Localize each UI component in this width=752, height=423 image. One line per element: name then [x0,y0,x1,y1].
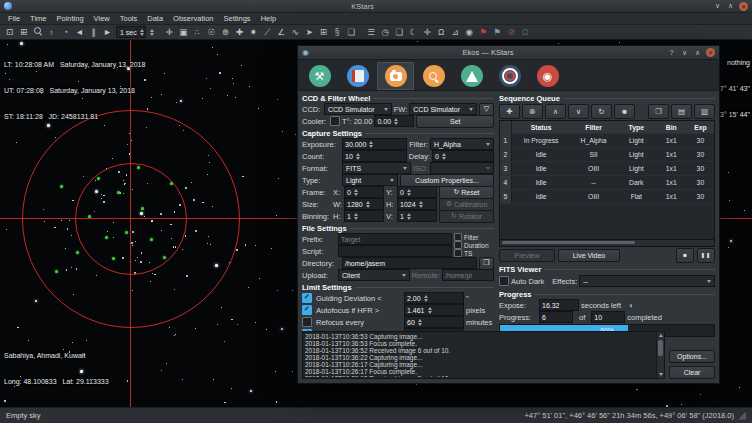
geolocation-icon[interactable]: ♁ [45,26,58,39]
time-pause-icon[interactable]: ∥ [87,26,100,39]
auto-dark-checkbox[interactable] [499,276,509,286]
filter-manager-button[interactable]: ▽ [479,103,494,116]
spinner-arrows[interactable] [366,201,370,208]
menu-settings[interactable]: Settings [219,14,256,23]
timestep-spinner[interactable]: 1 sec [116,26,146,38]
timestep-arrows[interactable] [140,29,144,36]
satellite-toggle-icon[interactable]: ⟋ [261,26,274,39]
sequence-job-row[interactable]: 2IdleSIILight1x130 [500,148,714,162]
mosaic-grid-icon[interactable]: ⊞ [317,26,330,39]
upload-select[interactable]: Client [338,269,410,281]
cooler-checkbox[interactable] [330,116,340,126]
script-icon[interactable]: § [331,26,344,39]
lock-faded-icon[interactable]: Ω [519,26,532,39]
spinner-arrows[interactable] [407,189,411,196]
measure-angle-icon[interactable]: ∠ [275,26,288,39]
log-vertical-scrollbar[interactable] [656,332,664,378]
night-mode-icon[interactable]: ☾ [407,26,420,39]
save-queue-as-button[interactable]: ▥ [694,104,715,119]
limit-value-input[interactable]: 2.00 [404,292,464,304]
script-input[interactable] [338,245,452,257]
timestep-updown[interactable] [148,29,156,36]
menu-help[interactable]: Help [256,14,281,23]
remove-job-button[interactable]: ⊗ [522,104,543,119]
tab-align[interactable]: ◉ [529,62,566,90]
menu-tools[interactable]: Tools [115,14,143,23]
spinner-arrows[interactable] [394,118,398,125]
close-button[interactable]: ✕ [739,2,748,11]
spinner-arrows[interactable] [354,189,358,196]
spinner-arrows[interactable] [354,213,358,220]
ekos-maximize-button[interactable]: ∧ [693,48,702,57]
table-horizontal-scrollbar[interactable] [499,240,715,247]
live-video-button[interactable]: Live Video [558,249,620,262]
menu-file[interactable]: File [3,14,25,23]
set-time-icon[interactable]: ◔ [59,26,72,39]
load-queue-button[interactable]: ❒ [648,104,669,119]
spinner-arrows[interactable] [424,295,428,302]
limit-checkbox[interactable] [302,293,312,303]
custom-properties-button[interactable]: Custom Properties... [400,174,494,187]
reset-queue-button[interactable]: ↻ [591,104,612,119]
maximize-button[interactable]: ∧ [726,2,735,11]
tab-capture[interactable] [377,62,414,90]
sequence-job-row[interactable]: 5IdleOIIIFlat1x130 [500,190,714,204]
browse-directory-button[interactable]: ❒ [479,257,494,270]
observer-button[interactable]: ☻ [614,104,635,119]
limit-value-input[interactable]: 1.461 [404,304,464,316]
prefix-input[interactable]: Target [338,233,452,245]
add-job-button[interactable]: ✚ [499,104,520,119]
pause-sequence-button[interactable]: ❚❚ [697,248,715,263]
menu-time[interactable]: Time [25,14,51,23]
tab-guide[interactable] [491,62,528,90]
sky-image-icon[interactable]: ▣ [177,26,190,39]
sequence-job-row[interactable]: 3IdleOIIILight1x130 [500,162,714,176]
temperature-setpoint[interactable]: 0.00 [374,115,414,127]
prefix-checkbox[interactable] [454,249,462,257]
save-queue-button[interactable]: ▤ [671,104,692,119]
format-select[interactable]: FITS [342,162,411,174]
pointer-icon[interactable]: ➤ [303,26,316,39]
supernovae-toggle-icon[interactable]: ✷ [247,26,260,39]
menu-observation[interactable]: Observation [168,14,218,23]
stop-sequence-button[interactable]: ■ [676,248,694,263]
move-job-up-button[interactable]: ∧ [545,104,566,119]
fov-symbol-icon[interactable]: ❏ [345,26,358,39]
count-input[interactable]: 10 [342,150,407,162]
limit-checkbox[interactable] [302,305,312,315]
options-button[interactable]: Options... [669,350,715,363]
limit-checkbox[interactable] [302,317,312,327]
sequence-job-row[interactable]: 1In ProgressH_AlphaLight1x130 [500,134,714,148]
add-flag-icon[interactable]: ✚ [233,26,246,39]
ekos-minimize-button[interactable]: ∨ [680,48,689,57]
record-icon[interactable]: ◉ [463,26,476,39]
tab-focus[interactable] [415,62,452,90]
time-step-forward-icon[interactable]: ► [101,26,114,39]
fits-viewer-icon[interactable]: ❏ [393,26,406,39]
menu-pointing[interactable]: Pointing [51,14,88,23]
size-w-input[interactable]: 1280 [344,198,384,210]
binning-v-input[interactable]: 1 [397,210,437,222]
minimize-button[interactable]: ∨ [713,2,722,11]
frame-y-input[interactable]: 0 [397,186,437,198]
zoom-fit-icon[interactable]: ⊡ [3,26,16,39]
constellation-lines-icon[interactable]: ∿ [289,26,302,39]
spinner-arrows[interactable] [369,141,373,148]
indi-control-icon[interactable]: ⊿ [449,26,462,39]
zoom-window-icon[interactable]: ⊞ [17,26,30,39]
clear-button[interactable]: Clear [669,366,715,379]
move-job-down-button[interactable]: ∨ [568,104,589,119]
spinner-arrows[interactable] [428,307,432,314]
find-object-icon[interactable] [31,26,44,39]
stars-toggle-icon[interactable]: ∴ [191,26,204,39]
filter-select[interactable]: H_Alpha [430,138,494,150]
tab-setup[interactable]: ⚒ [301,62,338,90]
directory-input[interactable]: /home/jasem [342,257,477,269]
prefix-checkbox[interactable] [454,241,462,249]
disconnect-icon[interactable]: ⊘ [505,26,518,39]
set-temperature-button[interactable]: Set [416,115,494,128]
gray-flag-icon[interactable]: ⚑ [491,26,504,39]
ccd-select[interactable]: CCD Simulator [324,103,392,115]
binning-h-input[interactable]: 1 [344,210,384,222]
log-box[interactable]: 2018-01-13T10:36:53 Capturing image...20… [302,331,665,379]
